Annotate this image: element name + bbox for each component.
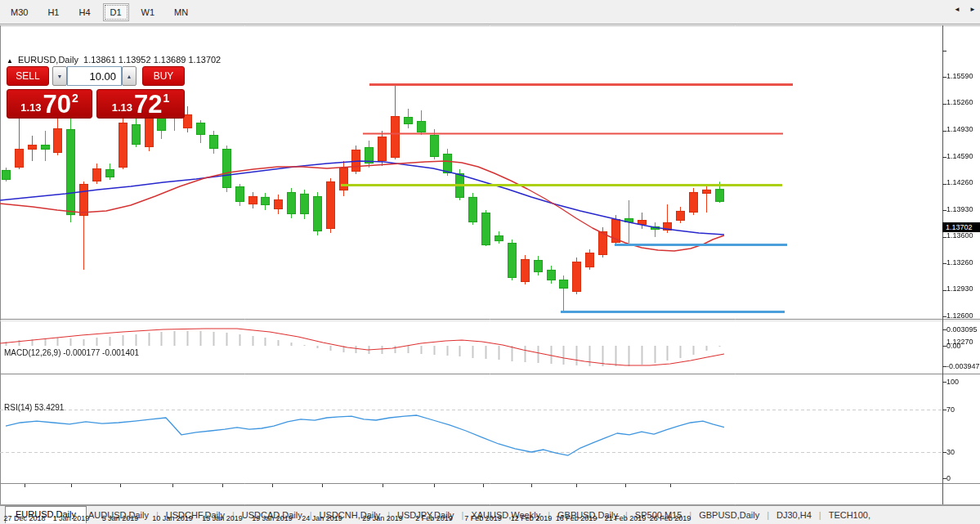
date-tick-label: 7 Feb 2019 <box>457 514 509 522</box>
macd-indicator-label: MACD(12,26,9) -0.000177 -0.001401 <box>4 348 139 357</box>
timeframe-button-W1[interactable]: W1 <box>134 3 163 21</box>
macd-tick-label: -0.003947 <box>946 362 979 370</box>
buy-price-big: 72 <box>134 93 162 116</box>
rsi-tick-label: 30 <box>946 448 979 456</box>
rsi-indicator-label: RSI(14) 53.4291 <box>4 403 64 412</box>
price-tick-label: 1.14590 <box>946 152 979 160</box>
date-tick-label: 26 Feb 2019 <box>644 514 696 522</box>
price-tick-label: 1.14260 <box>946 178 979 186</box>
price-tick-label: 1.13600 <box>946 231 979 240</box>
volume-increase-button[interactable]: ▲ <box>122 66 136 86</box>
sell-price-sup: 2 <box>72 92 78 105</box>
chart-tab-dj30-h4[interactable]: DJ30,H4 <box>776 510 812 520</box>
date-tick-label: 24 Jan 2019 <box>296 514 348 522</box>
macd-tick-label: 0.00 <box>946 342 979 350</box>
chart-tab-gbpusd-daily[interactable]: GBPUSD,Daily <box>699 510 759 520</box>
sell-price-box[interactable]: 1.13 70 2 <box>7 89 92 119</box>
chart-tab-tech100-[interactable]: TECH100, <box>829 510 870 520</box>
triangle-up-icon: ▲ <box>127 74 132 79</box>
buy-price-prefix: 1.13 <box>112 101 132 114</box>
triangle-down-icon: ▼ <box>57 74 63 79</box>
buy-price-box[interactable]: 1.13 72 1 <box>96 89 185 119</box>
current-price-tag: 1.13702 <box>942 222 980 232</box>
rsi-tick-label: 0 <box>946 474 979 482</box>
tab-scroll-left-button[interactable]: ◄ <box>951 3 963 16</box>
timeframe-button-MN[interactable]: MN <box>167 3 195 21</box>
date-tick-label: 10 Jan 2019 <box>146 514 199 522</box>
date-tick-label: 19 Jan 2019 <box>246 514 298 522</box>
price-tick-label: 1.12930 <box>946 284 979 293</box>
timeframe-button-M30[interactable]: M30 <box>3 3 35 21</box>
price-tick-label: 1.15590 <box>946 72 979 80</box>
price-tick-label: 1.13260 <box>946 258 979 266</box>
sell-price-big: 70 <box>43 93 71 116</box>
tab-separator: | <box>819 510 821 520</box>
date-tick-label: 5 Jan 2019 <box>94 514 146 522</box>
price-tick-label: 1.15260 <box>946 98 979 106</box>
symbol-label: EURUSD,Daily <box>18 55 78 65</box>
buy-button[interactable]: BUY <box>142 66 185 86</box>
timeframe-button-D1[interactable]: D1 <box>103 3 129 21</box>
date-tick-label: 1 Jan 2019 <box>45 514 97 522</box>
tab-scroll-right-button[interactable]: ► <box>967 3 978 16</box>
sell-price-prefix: 1.13 <box>20 101 41 114</box>
date-tick-label: 15 Jan 2019 <box>196 514 248 522</box>
timeframe-toolbar: M30H1H4D1W1MN <box>0 0 980 25</box>
tab-separator: | <box>767 510 769 520</box>
timeframe-button-H4[interactable]: H4 <box>71 3 97 21</box>
quote-ohlc-values: 1.13861 1.13952 1.13689 1.13702 <box>83 55 221 65</box>
timeframe-button-H1[interactable]: H1 <box>40 3 66 21</box>
sell-button[interactable]: SELL <box>7 66 49 86</box>
rsi-tick-label: 100 <box>946 378 979 386</box>
volume-decrease-button[interactable]: ▼ <box>52 66 67 86</box>
date-tick-label: 16 Feb 2019 <box>550 514 602 522</box>
macd-tick-label: 0.003095 <box>946 325 979 334</box>
date-tick-label: 29 Jan 2019 <box>356 514 409 522</box>
rsi-tick-label: 70 <box>946 405 979 414</box>
date-tick-label: 2 Feb 2019 <box>408 514 460 522</box>
date-tick-label: 27 Dec 2018 <box>0 514 51 522</box>
volume-input[interactable] <box>67 66 122 86</box>
price-tick-label: 1.12600 <box>946 311 979 320</box>
price-tick-label: 1.14930 <box>946 125 979 133</box>
chart-window: ▲EURUSD,Daily 1.13861 1.13952 1.13689 1.… <box>0 25 980 505</box>
quote-header: ▲EURUSD,Daily 1.13861 1.13952 1.13689 1.… <box>7 55 221 65</box>
buy-price-sup: 1 <box>163 92 170 105</box>
collapse-arrow-icon[interactable]: ▲ <box>7 57 13 65</box>
mt4-window: M30H1H4D1W1MN ▲EURUSD,Daily 1.13861 1.13… <box>0 0 980 524</box>
price-tick-label: 1.13930 <box>946 205 979 213</box>
